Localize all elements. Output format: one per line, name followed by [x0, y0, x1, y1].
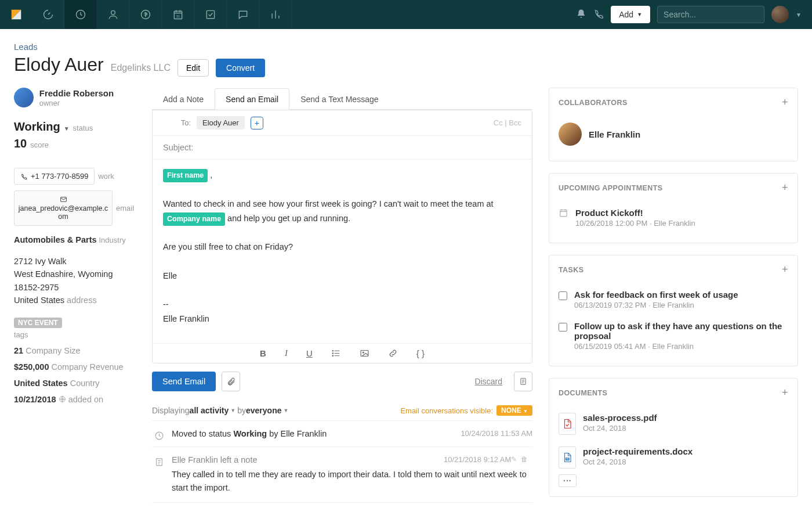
- address-field: 2712 Ivy Walk West Ednashire, Wyoming 18…: [14, 255, 136, 307]
- email-body[interactable]: First name , Wanted to check in and see …: [153, 160, 532, 343]
- document-meta: Oct 24, 2018: [583, 424, 657, 433]
- task-row: Follow up to ask if they have any questi…: [559, 315, 788, 356]
- document-title: sales-process.pdf: [583, 413, 657, 423]
- nav-contacts-icon[interactable]: [97, 0, 129, 29]
- phone-button[interactable]: +1 773-770-8599: [14, 168, 95, 185]
- search-box[interactable]: [657, 6, 764, 23]
- template-button[interactable]: [514, 372, 532, 391]
- link-button[interactable]: [388, 348, 398, 358]
- document-row[interactable]: sales-process.pdf Oct 24, 2018: [559, 407, 788, 441]
- add-button[interactable]: Add ▼: [611, 6, 650, 23]
- editor-toolbar: B I U { }: [153, 343, 532, 363]
- logo[interactable]: [0, 0, 32, 29]
- convert-button[interactable]: Convert: [216, 59, 265, 77]
- more-documents-button[interactable]: ···: [559, 474, 577, 487]
- task-row: Ask for feedback on first week of usage …: [559, 284, 788, 315]
- appointment-row[interactable]: Product Kickoff! 10/26/2018 12:00 PM · E…: [559, 202, 788, 233]
- document-meta: Oct 24, 2018: [583, 457, 693, 466]
- owner-row: Freddie Roberson owner: [14, 88, 136, 107]
- collaborators-card: COLLABORATORS+ Elle Franklin: [549, 88, 798, 161]
- user-avatar[interactable]: [771, 6, 789, 23]
- industry-field: Automobiles & Parts Industry: [14, 235, 136, 244]
- feed-item-actions[interactable]: ✎ 🗑: [511, 455, 528, 463]
- add-collaborator-button[interactable]: +: [782, 96, 788, 109]
- lead-company: Edgelinks LLC: [111, 63, 171, 73]
- recipient-chip[interactable]: Elody Auer: [197, 116, 245, 129]
- svg-rect-7: [206, 10, 214, 18]
- code-button[interactable]: { }: [416, 348, 425, 358]
- pdf-file-icon: [559, 413, 576, 435]
- phone-icon[interactable]: [593, 9, 604, 21]
- owner-role: owner: [39, 99, 60, 107]
- task-checkbox[interactable]: [559, 323, 567, 332]
- top-nav: 31 Add ▼ ▼: [0, 0, 812, 29]
- country-field: United States Country: [14, 379, 136, 388]
- feed-timestamp: 10/21/2018 9:12 AM: [444, 455, 511, 464]
- add-recipient-button[interactable]: +: [251, 117, 263, 129]
- add-task-button[interactable]: +: [782, 264, 788, 276]
- nav-leads-icon[interactable]: [64, 0, 97, 29]
- appointments-card: UPCOMING APPOINTMENTS+ Product Kickoff! …: [549, 173, 798, 243]
- tab-send-sms[interactable]: Send a Text Message: [289, 88, 389, 110]
- status-field[interactable]: Working▼ status: [14, 120, 136, 134]
- svg-rect-20: [560, 210, 567, 217]
- image-button[interactable]: [360, 348, 369, 358]
- italic-button[interactable]: I: [285, 348, 288, 358]
- tags-label: tags: [14, 330, 136, 339]
- email-button[interactable]: janea_predovic@example.com: [14, 190, 113, 226]
- filter-who-dropdown[interactable]: everyone: [246, 406, 281, 415]
- nav-messages-icon[interactable]: [227, 0, 259, 29]
- filter-activity-dropdown[interactable]: all activity: [190, 406, 229, 415]
- tag-badge[interactable]: NYC EVENT: [14, 318, 62, 328]
- svg-point-13: [332, 355, 333, 356]
- svg-point-11: [332, 351, 333, 351]
- activity-feed: 10/24/2018 11:53 AM Moved to status Work…: [152, 420, 532, 508]
- add-appointment-button[interactable]: +: [782, 182, 788, 194]
- feed-timestamp: 10/24/2018 11:53 AM: [461, 429, 532, 438]
- subject-input[interactable]: [163, 143, 521, 152]
- calendar-icon: [559, 208, 568, 228]
- score-field: 10 score: [14, 137, 136, 150]
- visibility-badge[interactable]: NONE ▼: [496, 405, 532, 416]
- list-button[interactable]: [331, 348, 341, 358]
- appointments-title: UPCOMING APPOINTMENTS: [559, 184, 662, 192]
- discard-link[interactable]: Discard: [475, 377, 502, 386]
- phone-label: work: [98, 172, 114, 181]
- document-title: project-requirements.docx: [583, 446, 693, 456]
- edit-button[interactable]: Edit: [177, 59, 209, 77]
- tab-add-note[interactable]: Add a Note: [152, 88, 215, 110]
- add-document-button[interactable]: +: [782, 387, 788, 399]
- phone-icon: [20, 173, 27, 180]
- user-menu-chevron[interactable]: ▼: [796, 12, 802, 18]
- feed-item-created: 10/21/2018 9:04 AM Elody Auer added by E…: [152, 502, 532, 508]
- attach-button[interactable]: [222, 372, 240, 391]
- tab-send-email[interactable]: Send an Email: [215, 88, 289, 110]
- svg-point-3: [111, 10, 115, 15]
- subject-row: [153, 136, 532, 160]
- nav-dashboard-icon[interactable]: [32, 0, 64, 29]
- underline-button[interactable]: U: [306, 348, 313, 358]
- notifications-icon[interactable]: [576, 9, 586, 21]
- send-email-button[interactable]: Send Email: [152, 372, 216, 391]
- bold-button[interactable]: B: [260, 348, 266, 358]
- nav-deals-icon[interactable]: [129, 0, 162, 29]
- tasks-card: TASKS+ Ask for feedback on first week of…: [549, 255, 798, 366]
- collaborator-row[interactable]: Elle Franklin: [559, 117, 788, 152]
- nav-reports-icon[interactable]: [259, 0, 292, 29]
- token-firstname[interactable]: First name: [163, 169, 208, 182]
- document-row[interactable]: W project-requirements.docx Oct 24, 2018: [559, 441, 788, 474]
- breadcrumb[interactable]: Leads: [14, 42, 798, 52]
- task-checkbox[interactable]: [559, 291, 567, 300]
- svg-point-12: [332, 353, 333, 354]
- appointment-meta: 10/26/2018 12:00 PM · Elle Franklin: [575, 219, 695, 228]
- added-on-field: 10/21/2018 added on: [14, 395, 136, 404]
- to-label: To:: [163, 118, 191, 127]
- token-company[interactable]: Company name: [163, 212, 225, 226]
- lead-name: Elody Auer: [14, 54, 104, 75]
- cc-bcc-toggle[interactable]: Cc | Bcc: [494, 118, 521, 127]
- nav-tasks-icon[interactable]: [194, 0, 227, 29]
- nav-calendar-icon[interactable]: 31: [162, 0, 194, 29]
- docx-file-icon: W: [559, 446, 576, 469]
- search-input[interactable]: [664, 10, 765, 19]
- template-icon: [519, 377, 527, 385]
